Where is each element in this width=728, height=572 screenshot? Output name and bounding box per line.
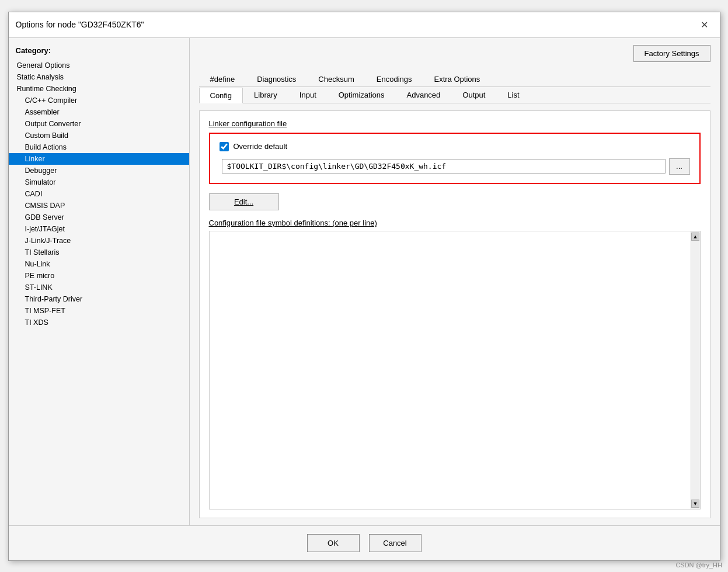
tab-encodings[interactable]: Encodings [365, 71, 423, 86]
scroll-up-arrow[interactable]: ▲ [691, 233, 699, 241]
cancel-button[interactable]: Cancel [369, 534, 422, 552]
content-panel: Linker configuration file Override defau… [199, 110, 710, 518]
file-path-input[interactable] [222, 159, 666, 174]
sidebar-item-assembler[interactable]: Assembler [9, 106, 189, 118]
ok-button[interactable]: OK [307, 534, 360, 552]
sidebar-item-nu-link[interactable]: Nu-Link [9, 258, 189, 270]
tab-library[interactable]: Library [243, 87, 288, 103]
edit-button-container: Edit... [209, 192, 701, 210]
sidebar-item-cadi[interactable]: CADI [9, 188, 189, 200]
tab-input[interactable]: Input [288, 87, 328, 103]
browse-button[interactable]: ... [669, 158, 690, 175]
sidebar: Category: General OptionsStatic Analysis… [9, 38, 190, 525]
dialog-footer: OK Cancel [9, 525, 720, 560]
linker-config-section: Linker configuration file Override defau… [209, 119, 701, 184]
top-bar: Factory Settings [199, 45, 710, 62]
symbol-label: Configuration file symbol definitions: (… [209, 219, 701, 227]
sidebar-item-general-options[interactable]: General Options [9, 60, 189, 71]
sidebar-item-ti-xds[interactable]: TI XDS [9, 317, 189, 328]
sidebar-item-j-link-j-trace[interactable]: J-Link/J-Trace [9, 235, 189, 247]
sidebar-item-linker[interactable]: Linker [9, 153, 189, 165]
dialog-body: Category: General OptionsStatic Analysis… [9, 38, 720, 525]
sidebar-item-gdb-server[interactable]: GDB Server [9, 212, 189, 223]
config-box: Override default ... [209, 133, 701, 184]
linker-config-label: Linker configuration file [209, 119, 701, 128]
tab--define[interactable]: #define [199, 71, 246, 86]
dialog: Options for node "GD32F450ZKT6" ✕ Catego… [8, 12, 720, 561]
sidebar-list: General OptionsStatic AnalysisRuntime Ch… [9, 60, 189, 328]
watermark: CSDN @try_HH [675, 561, 722, 568]
sidebar-item-ti-msp-fet[interactable]: TI MSP-FET [9, 305, 189, 317]
symbol-section: Configuration file symbol definitions: (… [209, 219, 701, 509]
tab-output[interactable]: Output [451, 87, 496, 103]
override-row: Override default [220, 142, 690, 151]
file-path-row: ... [220, 158, 690, 175]
sidebar-item-simulator[interactable]: Simulator [9, 176, 189, 188]
tab-checksum[interactable]: Checksum [307, 71, 365, 86]
tabs-container-row1: #defineDiagnosticsChecksumEncodingsExtra… [199, 71, 710, 103]
title-bar: Options for node "GD32F450ZKT6" ✕ [9, 12, 720, 38]
symbol-definitions-textarea[interactable] [210, 231, 691, 509]
dialog-title: Options for node "GD32F450ZKT6" [16, 20, 144, 29]
tab-optimizations[interactable]: Optimizations [328, 87, 396, 103]
scroll-down-arrow[interactable]: ▼ [691, 500, 699, 508]
tabs-row1: #defineDiagnosticsChecksumEncodingsExtra… [199, 71, 710, 87]
tab-config[interactable]: Config [199, 88, 243, 103]
scrollbar-vertical: ▲ ▼ [691, 231, 700, 509]
sidebar-item-static-analysis[interactable]: Static Analysis [9, 71, 189, 83]
sidebar-item-c-c-compiler[interactable]: C/C++ Compiler [9, 95, 189, 106]
sidebar-item-st-link[interactable]: ST-LINK [9, 282, 189, 293]
sidebar-item-cmsis-dap[interactable]: CMSIS DAP [9, 200, 189, 212]
sidebar-item-third-party-driver[interactable]: Third-Party Driver [9, 293, 189, 305]
main-content: Factory Settings #defineDiagnosticsCheck… [190, 38, 720, 525]
sidebar-item-build-actions[interactable]: Build Actions [9, 141, 189, 153]
factory-settings-button[interactable]: Factory Settings [633, 45, 710, 62]
override-checkbox[interactable] [220, 142, 229, 151]
symbol-textarea-wrapper: ▲ ▼ [209, 231, 701, 509]
close-button[interactable]: ✕ [696, 16, 713, 33]
sidebar-item-custom-build[interactable]: Custom Build [9, 130, 189, 141]
edit-button[interactable]: Edit... [209, 193, 279, 210]
sidebar-item-output-converter[interactable]: Output Converter [9, 118, 189, 130]
sidebar-item-debugger[interactable]: Debugger [9, 165, 189, 176]
sidebar-item-ti-stellaris[interactable]: TI Stellaris [9, 247, 189, 258]
tab-extra-options[interactable]: Extra Options [423, 71, 492, 86]
tab-advanced[interactable]: Advanced [396, 87, 452, 103]
tab-list[interactable]: List [496, 87, 530, 103]
sidebar-item-runtime-checking[interactable]: Runtime Checking [9, 83, 189, 95]
category-label: Category: [9, 44, 189, 60]
sidebar-item-pe-micro[interactable]: PE micro [9, 270, 189, 282]
tab-diagnostics[interactable]: Diagnostics [246, 71, 307, 86]
tabs-row2: ConfigLibraryInputOptimizationsAdvancedO… [199, 87, 710, 103]
override-label: Override default [234, 142, 288, 151]
sidebar-item-i-jet-jtagjet[interactable]: I-jet/JTAGjet [9, 223, 189, 235]
